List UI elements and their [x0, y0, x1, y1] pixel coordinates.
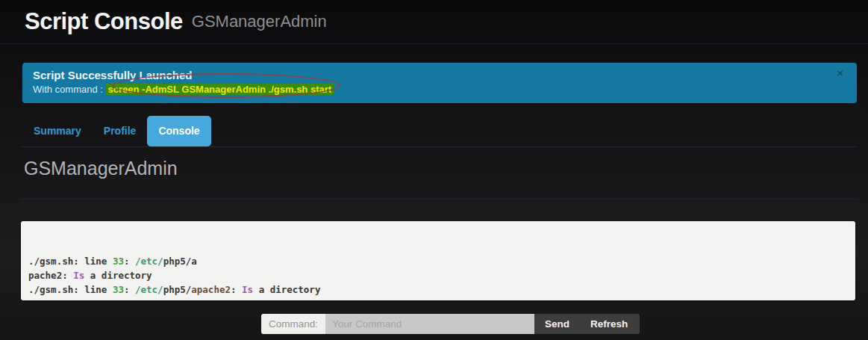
- tab-console[interactable]: Console: [147, 116, 210, 146]
- section-divider: [21, 199, 857, 200]
- console-segment: :: [231, 284, 242, 295]
- console-segment: ./gsm.sh: line: [28, 284, 113, 295]
- tab-profile[interactable]: Profile: [93, 116, 148, 146]
- console-line: ./gsm.sh: line 33: /etc/php5/a: [28, 254, 848, 268]
- console-line: [28, 226, 848, 240]
- page-subtitle: GSManagerAdmin: [192, 12, 327, 31]
- success-alert: Script Successfully Launched With comman…: [22, 63, 857, 103]
- section-heading: GSManagerAdmin: [24, 158, 178, 179]
- header-divider: [0, 43, 868, 44]
- console-line: ./gsm.sh: line 33: /etc/php5/apache2: Is…: [28, 282, 848, 297]
- tab-bar: SummaryProfileConsole: [22, 116, 211, 146]
- console-segment: Is: [73, 270, 84, 281]
- tabs-divider: [21, 146, 857, 147]
- refresh-button[interactable]: Refresh: [580, 314, 640, 334]
- command-bar: Command: Send Refresh: [261, 314, 640, 334]
- send-button[interactable]: Send: [534, 314, 580, 334]
- command-label: Command:: [261, 314, 325, 334]
- console-segment: :: [124, 284, 135, 295]
- console-segment: :: [124, 256, 135, 267]
- page-header: Script Console GSManagerAdmin: [25, 0, 327, 43]
- tab-summary[interactable]: Summary: [22, 116, 93, 146]
- console-segment: pache2:: [28, 270, 73, 281]
- console-segment: a directory: [84, 270, 152, 281]
- alert-title: Script Successfully Launched: [33, 69, 846, 81]
- console-segment: php5/a: [163, 256, 197, 267]
- close-icon[interactable]: ×: [837, 67, 843, 78]
- command-input[interactable]: [325, 314, 534, 334]
- page-title: Script Console: [25, 8, 183, 35]
- console-segment: /etc/: [135, 284, 163, 295]
- console-segment: 33: [113, 284, 124, 295]
- console-line: pache2: Is a directory: [28, 268, 848, 282]
- console-output: ./gsm.sh: line 33: /etc/php5/apache2: Is…: [21, 221, 855, 300]
- alert-command-value: screen -AdmSL GSManagerAdmin ./gsm.sh st…: [106, 84, 334, 95]
- console-segment: a directory: [253, 284, 320, 295]
- alert-command-line: With command : screen -AdmSL GSManagerAd…: [33, 84, 846, 95]
- console-segment: Is: [242, 284, 253, 295]
- console-segment: 33: [113, 256, 124, 267]
- console-segment: php5/: [163, 284, 192, 295]
- console-segment: apache2: [191, 284, 231, 295]
- alert-command-prefix: With command :: [33, 84, 106, 95]
- console-segment: ./gsm.sh: line: [28, 256, 113, 267]
- console-segment: /etc/: [135, 256, 163, 267]
- console-line: [28, 240, 848, 254]
